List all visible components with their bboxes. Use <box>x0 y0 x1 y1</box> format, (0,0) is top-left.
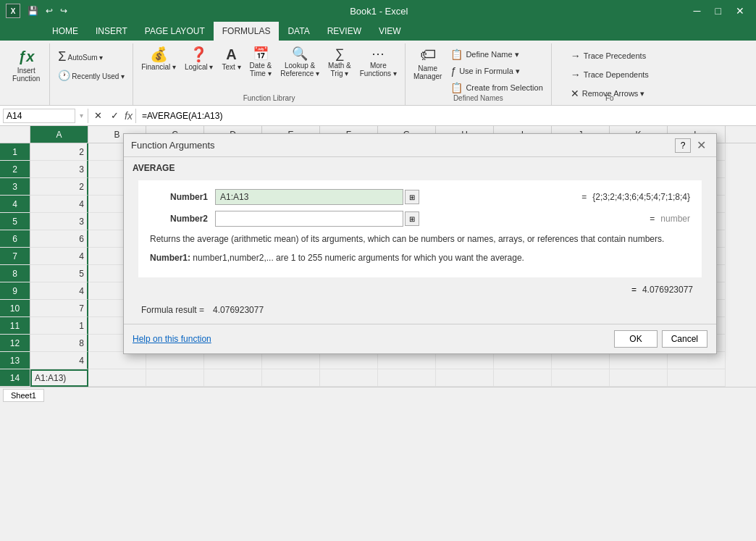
formula-divider <box>88 109 88 123</box>
name-box-dropdown-icon[interactable]: ▾ <box>80 112 83 119</box>
ribbon-group-functions: 💰 Financial ▾ ❓ Logical ▾ A Text ▾ 📅 Dat… <box>133 43 406 105</box>
number2-input-container: ⊞ <box>215 211 644 227</box>
lookup-icon: 🔍 <box>292 47 308 60</box>
save-quick-btn[interactable]: 💾 <box>25 4 41 17</box>
number2-result-value: number <box>660 214 690 224</box>
help-link-btn[interactable]: Help on this function <box>133 334 211 344</box>
minimize-btn[interactable]: ─ <box>688 4 707 18</box>
autosum-icon: Σ <box>58 50 66 63</box>
recently-used-icon: 🕐 <box>58 70 70 80</box>
text-icon: A <box>226 47 236 62</box>
formula-input[interactable] <box>139 109 753 122</box>
formula-result-full-value: 4.076923077 <box>213 305 264 315</box>
title-bar: X 💾 ↩ ↪ Book1 - Excel ─ □ ✕ <box>0 0 756 22</box>
financial-btn[interactable]: 💰 Financial ▾ <box>138 45 180 73</box>
formula-result-full-row: Formula result = 4.076923077 <box>133 302 707 318</box>
create-from-selection-btn[interactable]: 📋 Create from Selection <box>447 80 546 96</box>
ribbon: ƒx Insert Function Σ AutoSum ▾ 🕐 Recentl… <box>0 41 756 106</box>
sheet-tab-bar: Sheet1 <box>0 387 756 403</box>
create-selection-icon: 📋 <box>450 82 463 93</box>
dialog-help-btn[interactable]: ? <box>675 138 691 153</box>
restore-btn[interactable]: □ <box>710 4 727 18</box>
arg-help-detail: number1,number2,... are 1 to 255 numeric… <box>193 253 524 263</box>
insert-function-btn[interactable]: ƒx Insert Function <box>7 45 45 98</box>
result-value: 4.076923077 <box>642 285 693 295</box>
lookup-reference-btn[interactable]: 🔍 Lookup &Reference ▾ <box>277 45 323 80</box>
tab-formulas[interactable]: FORMULAS <box>214 22 280 41</box>
math-trig-btn[interactable]: ∑ Math &Trig ▾ <box>324 45 355 80</box>
trace-dependents-btn[interactable]: → Trace Dependents <box>567 67 652 83</box>
number1-input[interactable] <box>215 189 403 205</box>
function-description: Returns the average (arithmetic mean) of… <box>150 232 690 246</box>
number1-result-value: {2;3;2;4;3;6;4;5;4;7;1;8;4} <box>592 192 690 202</box>
ribbon-group-defined-names: 🏷 NameManager 📋 Define Name ▾ ƒ Use in F… <box>406 43 552 105</box>
function-arguments-dialog: Function Arguments ? ✕ AVERAGE Number1 <box>123 133 717 354</box>
tab-data[interactable]: DATA <box>279 22 318 41</box>
close-btn[interactable]: ✕ <box>730 4 750 18</box>
logical-btn[interactable]: ❓ Logical ▾ <box>181 45 217 73</box>
autosum-btn[interactable]: Σ AutoSum ▾ <box>54 48 106 65</box>
spreadsheet-area: A B C D E F G H I J K L 1 2 <box>0 126 756 387</box>
define-name-icon: 📋 <box>450 49 463 60</box>
result-equals: = <box>631 285 637 295</box>
auditing-group-label: Fo <box>552 94 668 102</box>
number2-arg-row: Number2 ⊞ = number <box>150 211 690 227</box>
use-in-formula-btn[interactable]: ƒ Use in Formula ▾ <box>447 63 546 79</box>
define-name-btn[interactable]: 📋 Define Name ▾ <box>447 46 546 62</box>
undo-quick-btn[interactable]: ↩ <box>43 4 56 17</box>
arg-help-label: Number1: <box>150 253 190 263</box>
tab-home[interactable]: HOME <box>43 22 87 41</box>
trace-precedents-label: Trace Precedents <box>584 51 646 60</box>
ribbon-group-autosum: Σ AutoSum ▾ 🕐 Recently Used ▾ <box>50 43 133 105</box>
dialog-arguments-section: Number1 ⊞ = {2;3;2;4;3;6;4;5;4;7;1;8;4} … <box>138 180 702 277</box>
insert-function-label: Insert Function <box>12 67 40 83</box>
date-time-icon: 📅 <box>253 47 269 60</box>
tab-insert[interactable]: INSERT <box>87 22 136 41</box>
trace-precedents-icon: → <box>571 50 581 62</box>
quick-access-toolbar: 💾 ↩ ↪ <box>25 4 70 17</box>
name-manager-btn[interactable]: 🏷 NameManager <box>410 45 445 83</box>
auditing-small-group: → Trace Precedents → Trace Dependents ✕ … <box>567 45 652 101</box>
text-btn[interactable]: A Text ▾ <box>218 45 244 73</box>
number2-input[interactable] <box>215 211 403 227</box>
window-controls: ─ □ ✕ <box>688 4 750 18</box>
more-functions-btn[interactable]: ⋯ MoreFunctions ▾ <box>356 45 400 80</box>
math-label: Math &Trig ▾ <box>328 62 351 77</box>
cancel-btn[interactable]: Cancel <box>662 330 707 348</box>
more-label: MoreFunctions ▾ <box>360 62 397 77</box>
trace-dependents-icon: → <box>571 69 581 80</box>
tab-view[interactable]: VIEW <box>370 22 410 41</box>
lookup-label: Lookup &Reference ▾ <box>280 62 319 77</box>
trace-dependents-label: Trace Dependents <box>584 70 649 79</box>
dialog-controls: ? ✕ <box>675 138 709 153</box>
dialog-title: Function Arguments <box>131 140 215 151</box>
arg-help-text: Number1: number1,number2,... are 1 to 25… <box>150 251 690 264</box>
fx-icon: fx <box>125 110 133 122</box>
create-selection-label: Create from Selection <box>466 83 542 92</box>
number1-collapse-btn[interactable]: ⊞ <box>405 190 419 204</box>
date-time-btn[interactable]: 📅 Date &Time ▾ <box>246 45 276 80</box>
dialog-close-btn[interactable]: ✕ <box>694 138 709 153</box>
redo-quick-btn[interactable]: ↪ <box>57 4 70 17</box>
defined-names-group-label: Defined Names <box>406 94 551 102</box>
name-manager-label: NameManager <box>413 64 442 80</box>
name-box-input[interactable] <box>3 109 75 123</box>
date-time-label: Date &Time ▾ <box>250 62 272 77</box>
trace-precedents-btn[interactable]: → Trace Precedents <box>567 48 652 64</box>
function-name: AVERAGE <box>133 163 707 173</box>
excel-logo-icon: X <box>6 4 20 18</box>
accept-formula-btn[interactable]: ✓ <box>108 109 122 122</box>
more-icon: ⋯ <box>371 47 385 60</box>
tab-page-layout[interactable]: PAGE LAYOUT <box>136 22 214 41</box>
use-formula-icon: ƒ <box>450 65 456 77</box>
tab-review[interactable]: REVIEW <box>319 22 370 41</box>
cancel-formula-btn[interactable]: ✕ <box>91 109 105 122</box>
ok-btn[interactable]: OK <box>614 330 657 348</box>
name-manager-icon: 🏷 <box>420 47 436 63</box>
footer-buttons: OK Cancel <box>614 330 707 348</box>
formula-result-full-label: Formula result = <box>141 305 204 315</box>
number2-collapse-btn[interactable]: ⊞ <box>405 211 419 226</box>
ribbon-group-insert-function: ƒx Insert Function <box>3 43 50 105</box>
sheet-tab-sheet1[interactable]: Sheet1 <box>3 389 44 402</box>
recently-used-btn[interactable]: 🕐 Recently Used ▾ <box>54 68 128 83</box>
